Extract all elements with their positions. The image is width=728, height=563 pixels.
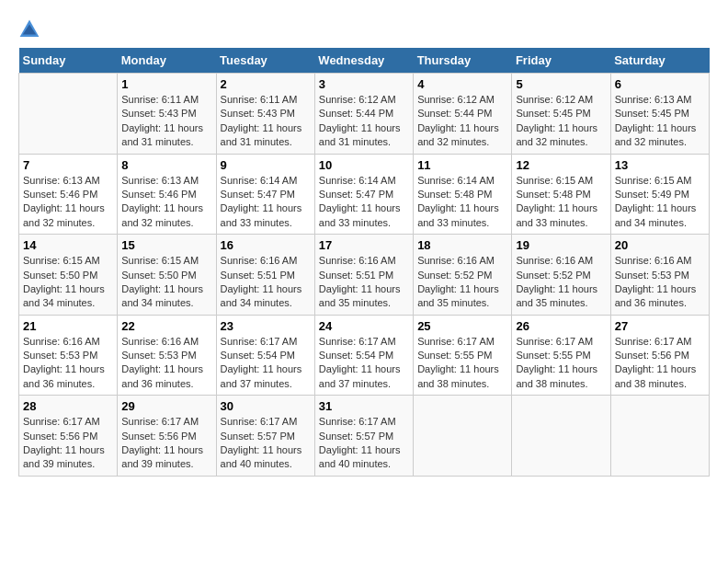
page-header <box>18 18 710 40</box>
calendar-cell: 16Sunrise: 6:16 AM Sunset: 5:51 PM Dayli… <box>216 235 314 316</box>
day-info: Sunrise: 6:16 AM Sunset: 5:53 PM Dayligh… <box>121 335 211 392</box>
calendar-cell: 24Sunrise: 6:17 AM Sunset: 5:54 PM Dayli… <box>314 315 413 396</box>
calendar-cell: 4Sunrise: 6:12 AM Sunset: 5:44 PM Daylig… <box>414 74 512 155</box>
day-info: Sunrise: 6:17 AM Sunset: 5:56 PM Dayligh… <box>121 415 211 472</box>
day-number: 20 <box>615 238 705 252</box>
calendar-cell: 12Sunrise: 6:15 AM Sunset: 5:48 PM Dayli… <box>512 154 610 235</box>
day-info: Sunrise: 6:17 AM Sunset: 5:55 PM Dayligh… <box>516 335 606 392</box>
day-number: 15 <box>121 238 211 252</box>
calendar-cell: 3Sunrise: 6:12 AM Sunset: 5:44 PM Daylig… <box>314 74 413 155</box>
col-header-sunday: Sunday <box>19 48 118 74</box>
day-info: Sunrise: 6:11 AM Sunset: 5:43 PM Dayligh… <box>121 93 211 150</box>
day-number: 5 <box>516 77 606 91</box>
day-number: 28 <box>23 399 113 413</box>
day-number: 24 <box>319 319 409 333</box>
day-info: Sunrise: 6:12 AM Sunset: 5:44 PM Dayligh… <box>319 93 409 150</box>
calendar-cell <box>512 396 610 477</box>
calendar-cell: 25Sunrise: 6:17 AM Sunset: 5:55 PM Dayli… <box>414 315 512 396</box>
day-info: Sunrise: 6:13 AM Sunset: 5:45 PM Dayligh… <box>615 93 705 150</box>
calendar-cell <box>414 396 512 477</box>
col-header-saturday: Saturday <box>610 48 709 74</box>
calendar-cell: 18Sunrise: 6:16 AM Sunset: 5:52 PM Dayli… <box>414 235 512 316</box>
calendar-week-2: 7Sunrise: 6:13 AM Sunset: 5:46 PM Daylig… <box>19 154 710 235</box>
day-info: Sunrise: 6:17 AM Sunset: 5:57 PM Dayligh… <box>319 415 409 472</box>
calendar-cell: 2Sunrise: 6:11 AM Sunset: 5:43 PM Daylig… <box>216 74 314 155</box>
calendar-cell <box>610 396 709 477</box>
calendar-cell: 6Sunrise: 6:13 AM Sunset: 5:45 PM Daylig… <box>610 74 709 155</box>
day-number: 29 <box>121 399 211 413</box>
day-number: 16 <box>221 238 311 252</box>
day-number: 9 <box>221 158 311 172</box>
calendar-cell <box>19 74 118 155</box>
calendar-week-5: 28Sunrise: 6:17 AM Sunset: 5:56 PM Dayli… <box>19 396 710 477</box>
day-number: 8 <box>121 158 211 172</box>
day-number: 3 <box>319 77 409 91</box>
day-number: 6 <box>615 77 705 91</box>
general-blue-icon <box>18 18 40 40</box>
day-number: 31 <box>319 399 409 413</box>
day-info: Sunrise: 6:17 AM Sunset: 5:55 PM Dayligh… <box>417 335 507 392</box>
calendar-cell: 28Sunrise: 6:17 AM Sunset: 5:56 PM Dayli… <box>19 396 118 477</box>
day-number: 27 <box>615 319 705 333</box>
calendar-week-3: 14Sunrise: 6:15 AM Sunset: 5:50 PM Dayli… <box>19 235 710 316</box>
col-header-wednesday: Wednesday <box>314 48 413 74</box>
calendar-cell: 14Sunrise: 6:15 AM Sunset: 5:50 PM Dayli… <box>19 235 118 316</box>
day-info: Sunrise: 6:12 AM Sunset: 5:45 PM Dayligh… <box>516 93 606 150</box>
calendar-cell: 5Sunrise: 6:12 AM Sunset: 5:45 PM Daylig… <box>512 74 610 155</box>
calendar-cell: 30Sunrise: 6:17 AM Sunset: 5:57 PM Dayli… <box>216 396 314 477</box>
day-number: 14 <box>23 238 113 252</box>
calendar-cell: 29Sunrise: 6:17 AM Sunset: 5:56 PM Dayli… <box>118 396 216 477</box>
calendar-cell: 17Sunrise: 6:16 AM Sunset: 5:51 PM Dayli… <box>314 235 413 316</box>
calendar-cell: 9Sunrise: 6:14 AM Sunset: 5:47 PM Daylig… <box>216 154 314 235</box>
day-info: Sunrise: 6:17 AM Sunset: 5:54 PM Dayligh… <box>319 335 409 392</box>
calendar-cell: 21Sunrise: 6:16 AM Sunset: 5:53 PM Dayli… <box>19 315 118 396</box>
calendar-week-1: 1Sunrise: 6:11 AM Sunset: 5:43 PM Daylig… <box>19 74 710 155</box>
calendar-cell: 23Sunrise: 6:17 AM Sunset: 5:54 PM Dayli… <box>216 315 314 396</box>
day-number: 1 <box>121 77 211 91</box>
day-info: Sunrise: 6:15 AM Sunset: 5:50 PM Dayligh… <box>23 254 113 311</box>
day-info: Sunrise: 6:17 AM Sunset: 5:57 PM Dayligh… <box>221 415 311 472</box>
day-info: Sunrise: 6:13 AM Sunset: 5:46 PM Dayligh… <box>23 174 113 231</box>
day-number: 11 <box>417 158 507 172</box>
day-info: Sunrise: 6:16 AM Sunset: 5:53 PM Dayligh… <box>615 254 705 311</box>
day-info: Sunrise: 6:11 AM Sunset: 5:43 PM Dayligh… <box>221 93 311 150</box>
col-header-friday: Friday <box>512 48 610 74</box>
day-info: Sunrise: 6:16 AM Sunset: 5:51 PM Dayligh… <box>319 254 409 311</box>
calendar-cell: 19Sunrise: 6:16 AM Sunset: 5:52 PM Dayli… <box>512 235 610 316</box>
calendar-cell: 13Sunrise: 6:15 AM Sunset: 5:49 PM Dayli… <box>610 154 709 235</box>
day-info: Sunrise: 6:14 AM Sunset: 5:47 PM Dayligh… <box>221 174 311 231</box>
day-number: 23 <box>221 319 311 333</box>
day-number: 30 <box>221 399 311 413</box>
calendar-cell: 11Sunrise: 6:14 AM Sunset: 5:48 PM Dayli… <box>414 154 512 235</box>
calendar-cell: 22Sunrise: 6:16 AM Sunset: 5:53 PM Dayli… <box>118 315 216 396</box>
calendar-cell: 20Sunrise: 6:16 AM Sunset: 5:53 PM Dayli… <box>610 235 709 316</box>
day-info: Sunrise: 6:13 AM Sunset: 5:46 PM Dayligh… <box>121 174 211 231</box>
day-number: 4 <box>417 77 507 91</box>
day-number: 2 <box>221 77 311 91</box>
day-info: Sunrise: 6:16 AM Sunset: 5:52 PM Dayligh… <box>516 254 606 311</box>
day-info: Sunrise: 6:17 AM Sunset: 5:56 PM Dayligh… <box>615 335 705 392</box>
day-number: 12 <box>516 158 606 172</box>
day-number: 10 <box>319 158 409 172</box>
calendar-cell: 15Sunrise: 6:15 AM Sunset: 5:50 PM Dayli… <box>118 235 216 316</box>
day-info: Sunrise: 6:12 AM Sunset: 5:44 PM Dayligh… <box>417 93 507 150</box>
col-header-tuesday: Tuesday <box>216 48 314 74</box>
day-info: Sunrise: 6:17 AM Sunset: 5:54 PM Dayligh… <box>221 335 311 392</box>
calendar-cell: 1Sunrise: 6:11 AM Sunset: 5:43 PM Daylig… <box>118 74 216 155</box>
calendar-week-4: 21Sunrise: 6:16 AM Sunset: 5:53 PM Dayli… <box>19 315 710 396</box>
day-number: 7 <box>23 158 113 172</box>
day-info: Sunrise: 6:16 AM Sunset: 5:52 PM Dayligh… <box>417 254 507 311</box>
day-info: Sunrise: 6:15 AM Sunset: 5:48 PM Dayligh… <box>516 174 606 231</box>
day-number: 13 <box>615 158 705 172</box>
day-info: Sunrise: 6:16 AM Sunset: 5:53 PM Dayligh… <box>23 335 113 392</box>
calendar-cell: 10Sunrise: 6:14 AM Sunset: 5:47 PM Dayli… <box>314 154 413 235</box>
day-number: 17 <box>319 238 409 252</box>
day-number: 25 <box>417 319 507 333</box>
calendar-cell: 31Sunrise: 6:17 AM Sunset: 5:57 PM Dayli… <box>314 396 413 477</box>
col-header-monday: Monday <box>118 48 216 74</box>
day-number: 19 <box>516 238 606 252</box>
calendar-header: SundayMondayTuesdayWednesdayThursdayFrid… <box>19 48 710 74</box>
calendar-cell: 27Sunrise: 6:17 AM Sunset: 5:56 PM Dayli… <box>610 315 709 396</box>
day-info: Sunrise: 6:17 AM Sunset: 5:56 PM Dayligh… <box>23 415 113 472</box>
day-info: Sunrise: 6:15 AM Sunset: 5:49 PM Dayligh… <box>615 174 705 231</box>
